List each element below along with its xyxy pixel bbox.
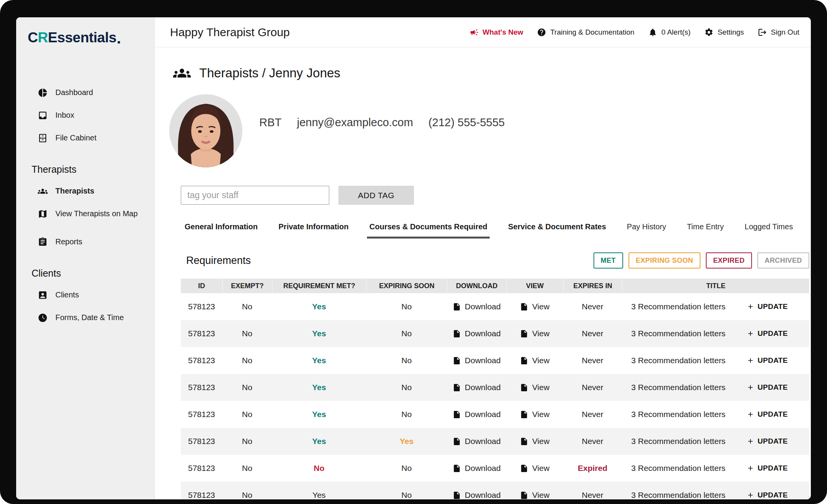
settings-link[interactable]: Settings (704, 28, 744, 37)
plus-icon (747, 411, 754, 418)
update-label: UPDATE (757, 356, 788, 365)
document-icon (452, 437, 461, 446)
view-label: View (532, 410, 549, 419)
requirement-title-text: 3 Recommendation letters (631, 410, 725, 419)
cell-id: 578123 (181, 455, 222, 482)
download-link[interactable]: Download (447, 428, 506, 455)
sign-out-link[interactable]: Sign Out (758, 28, 799, 37)
cell-expiring-soon: No (366, 293, 447, 320)
add-tag-button[interactable]: ADD TAG (338, 186, 414, 205)
sidebar-item-therapists[interactable]: Therapists (38, 180, 150, 202)
cell-expires-in: Never (563, 320, 622, 347)
organization-title: Happy Therapist Group (170, 26, 470, 39)
plus-icon (747, 303, 754, 310)
plus-icon (747, 437, 754, 445)
download-link[interactable]: Download (447, 320, 506, 347)
view-link[interactable]: View (506, 455, 563, 482)
cell-expiring-soon: Yes (366, 428, 447, 455)
download-link[interactable]: Download (447, 347, 506, 374)
download-label: Download (465, 410, 500, 419)
download-link[interactable]: Download (447, 293, 506, 320)
view-link[interactable]: View (506, 428, 563, 455)
view-link[interactable]: View (506, 293, 563, 320)
download-link[interactable]: Download (447, 482, 506, 499)
update-button[interactable]: UPDATE (747, 410, 788, 419)
tab-time-entry[interactable]: Time Entry (685, 222, 726, 239)
update-label: UPDATE (757, 464, 788, 472)
cell-requirement-met: Yes (272, 374, 366, 401)
update-button[interactable]: UPDATE (747, 464, 788, 472)
main-content: Therapists / Jenny Jones (155, 47, 811, 499)
sidebar-item-dashboard[interactable]: Dashboard (38, 81, 150, 104)
view-link[interactable]: View (506, 401, 563, 428)
cell-id: 578123 (181, 347, 222, 374)
logo-text-c: C (28, 30, 38, 46)
filter-expired-button[interactable]: EXPIRED (706, 252, 752, 269)
sidebar-item-file-cabinet[interactable]: File Cabinet (38, 127, 150, 149)
download-link[interactable]: Download (447, 455, 506, 482)
requirements-title: Requirements (186, 255, 251, 267)
document-icon (452, 356, 461, 365)
tab-general-information[interactable]: General Information (182, 222, 260, 239)
download-link[interactable]: Download (447, 374, 506, 401)
update-label: UPDATE (757, 437, 788, 446)
plus-icon (747, 464, 754, 472)
sidebar-heading-clients: Clients (32, 268, 150, 279)
cell-expiring-soon: No (366, 374, 447, 401)
view-link[interactable]: View (506, 347, 563, 374)
sidebar-item-inbox[interactable]: Inbox (38, 104, 150, 127)
cell-requirement-met: Yes (272, 428, 366, 455)
cell-id: 578123 (181, 401, 222, 428)
update-button[interactable]: UPDATE (747, 437, 788, 446)
download-link[interactable]: Download (447, 401, 506, 428)
alerts-link[interactable]: 0 Alert(s) (648, 28, 690, 37)
filter-expiring-soon-button[interactable]: EXPIRING SOON (629, 252, 700, 269)
update-button[interactable]: UPDATE (747, 356, 788, 365)
cell-expires-in: Expired (563, 455, 622, 482)
inbox-icon (38, 110, 48, 120)
filter-met-button[interactable]: MET (594, 252, 623, 269)
update-button[interactable]: UPDATE (747, 302, 788, 311)
cell-id: 578123 (181, 320, 222, 347)
sidebar-item-forms-date-time[interactable]: Forms, Date & Time (38, 306, 150, 329)
view-label: View (532, 356, 549, 365)
filter-archived-button[interactable]: ARCHIVED (757, 252, 809, 269)
tab-private-information[interactable]: Private Information (276, 222, 351, 239)
app-logo[interactable]: CREssentials (28, 17, 150, 56)
view-link[interactable]: View (506, 374, 563, 401)
pie-chart-icon (38, 88, 48, 98)
column-header-expiring-soon: EXPIRING SOON (366, 279, 447, 293)
update-button[interactable]: UPDATE (747, 491, 788, 499)
tab-bar: General Information Private Information … (182, 222, 809, 239)
whats-new-link[interactable]: What's New (470, 28, 524, 37)
document-icon (452, 329, 461, 338)
tab-courses-documents-required[interactable]: Courses & Documents Required (367, 222, 490, 239)
update-button[interactable]: UPDATE (747, 383, 788, 392)
view-link[interactable]: View (506, 482, 563, 499)
update-button[interactable]: UPDATE (747, 329, 788, 338)
training-documentation-link[interactable]: Training & Documentation (537, 28, 634, 37)
document-icon (452, 410, 461, 419)
tab-pay-history[interactable]: Pay History (625, 222, 669, 239)
bell-icon (648, 28, 657, 37)
cell-title: 3 Recommendation letters UPDATE (622, 374, 809, 401)
cell-title: 3 Recommendation letters UPDATE (622, 401, 809, 428)
tab-service-document-rates[interactable]: Service & Document Rates (506, 222, 609, 239)
cell-exempt: No (222, 482, 272, 499)
topnav-label: Sign Out (771, 28, 799, 37)
sidebar-item-reports[interactable]: Reports (38, 230, 150, 253)
cell-expires-in: Never (563, 482, 622, 499)
topbar: Happy Therapist Group What's New Trainin… (155, 17, 811, 47)
cell-expires-in: Never (563, 374, 622, 401)
cell-expires-in: Never (563, 401, 622, 428)
avatar (169, 94, 242, 167)
topnav-label: Training & Documentation (550, 28, 634, 37)
document-icon (452, 383, 461, 392)
view-link[interactable]: View (506, 320, 563, 347)
sidebar-item-view-therapists-on-map[interactable]: View Therapists on Map (38, 202, 150, 225)
tab-logged-times[interactable]: Logged Times (742, 222, 795, 239)
sidebar-item-clients[interactable]: Clients (38, 284, 150, 306)
tag-input[interactable] (181, 186, 329, 205)
download-label: Download (465, 302, 500, 311)
gear-icon (704, 28, 714, 37)
